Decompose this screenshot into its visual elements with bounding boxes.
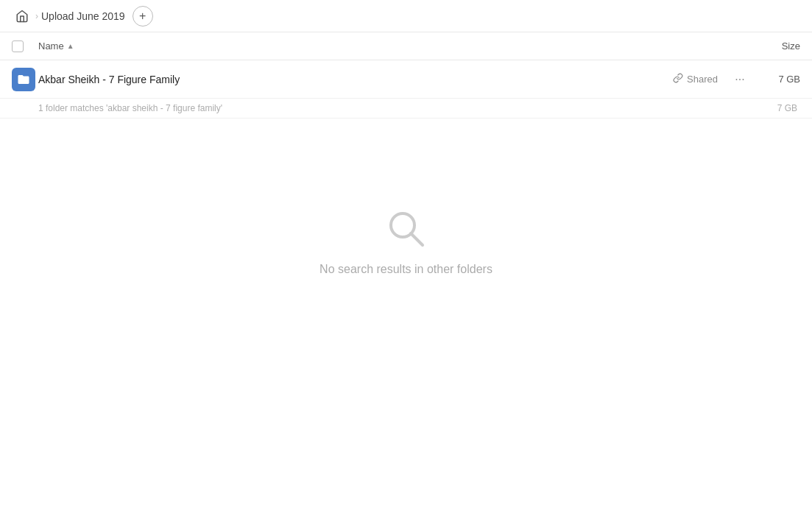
- more-options-button[interactable]: ···: [730, 69, 750, 90]
- sort-arrow-icon: ▲: [67, 42, 74, 50]
- select-all-checkbox[interactable]: [12, 40, 24, 52]
- name-column-header[interactable]: Name ▲: [38, 40, 741, 52]
- add-button[interactable]: +: [133, 6, 153, 26]
- size-column-header: Size: [741, 40, 800, 52]
- link-icon: [673, 73, 683, 85]
- svg-line-1: [411, 233, 423, 245]
- no-results-section: No search results in other folders: [0, 119, 812, 276]
- match-size: 7 GB: [777, 103, 797, 113]
- breadcrumb-bar: › Upload June 2019 +: [0, 0, 812, 32]
- file-size: 7 GB: [756, 74, 800, 85]
- match-count-row: 1 folder matches 'akbar sheikh - 7 figur…: [0, 99, 812, 119]
- no-results-text: No search results in other folders: [319, 263, 493, 276]
- match-text: 1 folder matches 'akbar sheikh - 7 figur…: [38, 103, 222, 113]
- file-name: Akbar Sheikh - 7 Figure Family: [38, 74, 673, 85]
- table-header: Name ▲ Size: [0, 32, 812, 60]
- table-row[interactable]: Akbar Sheikh - 7 Figure Family Shared ··…: [0, 60, 812, 99]
- search-large-icon: [384, 207, 428, 251]
- shared-badge: Shared: [673, 73, 718, 85]
- breadcrumb-separator: ›: [35, 11, 38, 21]
- folder-icon: [12, 68, 35, 91]
- home-button[interactable]: [12, 6, 32, 26]
- breadcrumb-item[interactable]: Upload June 2019: [41, 10, 125, 22]
